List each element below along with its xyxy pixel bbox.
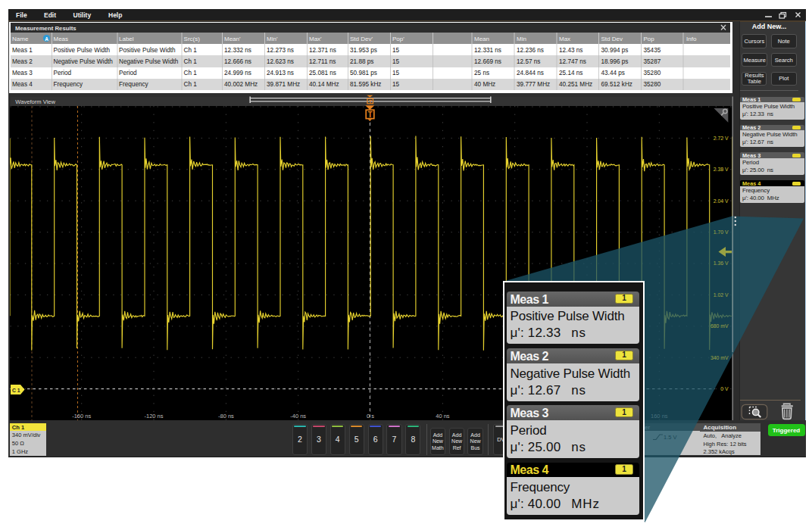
svg-text:1.70 V: 1.70 V <box>714 229 729 235</box>
svg-text:1.02 V: 1.02 V <box>714 292 729 298</box>
svg-text:1.36 V: 1.36 V <box>714 260 729 266</box>
svg-text:340 mV: 340 mV <box>710 355 729 360</box>
svg-text:680 mV: 680 mV <box>710 323 729 329</box>
